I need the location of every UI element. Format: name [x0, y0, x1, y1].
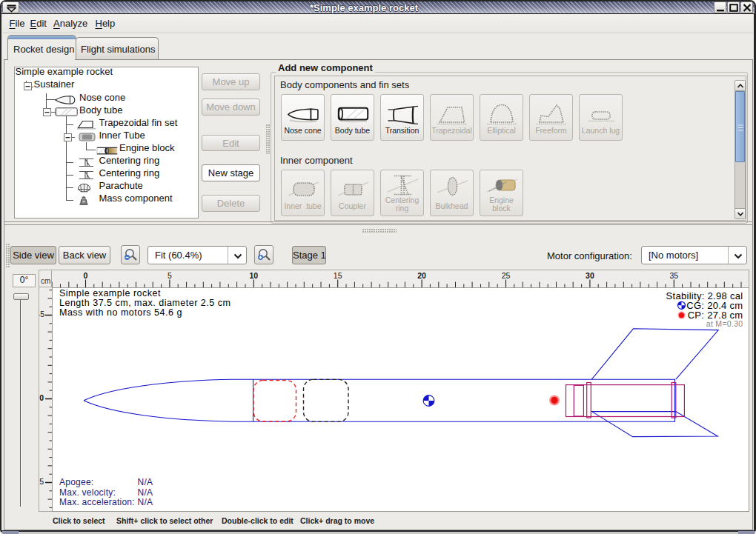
svg-text:Mass with no motors 54.6 g: Mass with no motors 54.6 g: [59, 307, 182, 318]
svg-text:0: 0: [84, 271, 88, 280]
svg-text:5: 5: [39, 477, 44, 486]
svg-text:25: 25: [502, 271, 511, 280]
svg-text:N/A: N/A: [138, 477, 153, 487]
svg-text:N/A: N/A: [138, 497, 153, 507]
svg-text:at M=0.30: at M=0.30: [706, 319, 743, 328]
svg-text:Max. acceleration:: Max. acceleration:: [59, 497, 135, 507]
svg-text:N/A: N/A: [138, 487, 153, 498]
svg-text:15: 15: [334, 271, 342, 280]
svg-text:0: 0: [39, 393, 44, 402]
svg-text:Simple example rocket: Simple example rocket: [59, 288, 161, 298]
svg-text:20: 20: [417, 271, 426, 280]
svg-text:Length 37.5 cm, max. diameter: Length 37.5 cm, max. diameter 2.5 cm: [59, 298, 231, 308]
svg-text:Apogee:: Apogee:: [59, 477, 93, 487]
svg-text:-5: -5: [39, 310, 44, 318]
svg-text:5: 5: [168, 271, 172, 280]
svg-text:10: 10: [249, 271, 258, 280]
svg-text:30: 30: [586, 271, 594, 280]
svg-text:35: 35: [669, 271, 678, 280]
svg-text:Max. velocity:: Max. velocity:: [59, 487, 116, 498]
